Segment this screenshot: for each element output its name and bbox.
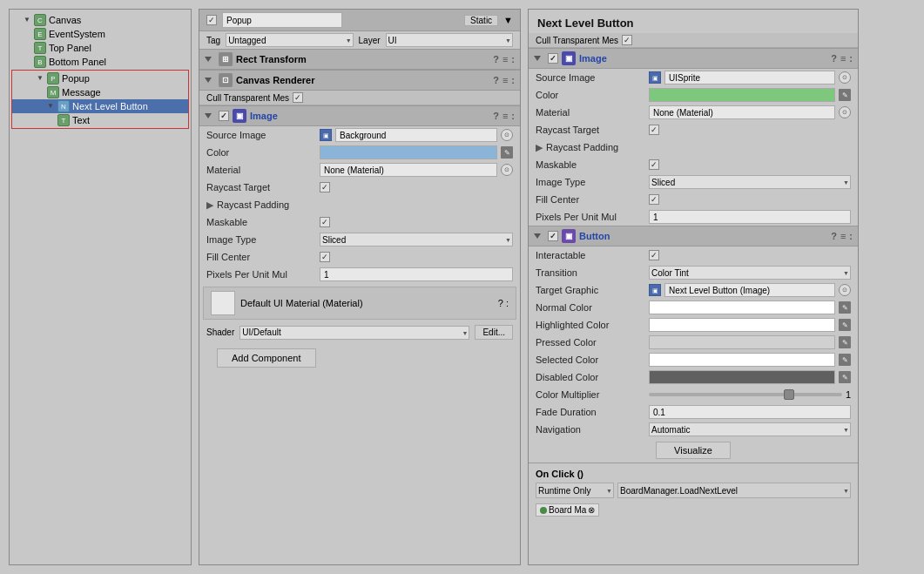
shader-select[interactable]: UI/Default: [239, 326, 469, 340]
canvas-renderer-expand[interactable]: [205, 78, 212, 83]
right-color-edit[interactable]: ✎: [839, 89, 851, 101]
rect-more-icon[interactable]: :: [511, 54, 515, 64]
right-interactable-checkbox[interactable]: [649, 250, 659, 260]
rect-settings-icon[interactable]: ≡: [502, 54, 508, 64]
r-img-settings[interactable]: ≡: [840, 53, 846, 64]
rect-question-icon[interactable]: ?: [493, 54, 499, 64]
middle-image-type-select[interactable]: Sliced: [320, 233, 513, 246]
mat-question-icon[interactable]: ?: [498, 298, 503, 308]
right-button-expand[interactable]: [534, 233, 541, 239]
canvas-renderer-header: ⊡ Canvas Renderer ? ≡ :: [199, 70, 520, 91]
r-img-more[interactable]: :: [849, 53, 853, 64]
hierarchy-item-text[interactable]: T Text: [12, 113, 188, 127]
middle-source-image-input[interactable]: [335, 128, 497, 142]
right-target-graphic-input[interactable]: [664, 283, 835, 297]
right-button-checkbox[interactable]: [548, 231, 558, 241]
right-highlighted-color-swatch[interactable]: [649, 318, 835, 332]
right-pixels-input[interactable]: [649, 210, 851, 224]
right-source-image-picker[interactable]: ⊙: [839, 71, 851, 84]
r-btn-settings[interactable]: ≡: [840, 231, 846, 241]
cr-more-icon[interactable]: :: [511, 75, 515, 85]
color-multiplier-slider[interactable]: [649, 393, 842, 396]
hierarchy-item-popup[interactable]: ▼ P Popup: [12, 71, 188, 85]
right-raycast-padding-triangle[interactable]: ▶: [536, 142, 543, 153]
r-img-question[interactable]: ?: [831, 53, 837, 64]
middle-color-row: Color ✎: [199, 144, 520, 161]
hierarchy-item-toppanel[interactable]: T Top Panel: [10, 41, 191, 55]
middle-image-expand[interactable]: [205, 113, 212, 118]
right-cull-checkbox[interactable]: [622, 35, 632, 45]
obj-icon-canvas: C: [34, 14, 46, 26]
right-fill-center-checkbox[interactable]: [649, 194, 659, 205]
popup-active-checkbox[interactable]: [206, 15, 217, 25]
middle-color-value: ✎: [320, 145, 513, 159]
right-material-value: ⊙: [649, 105, 851, 119]
right-raycast-target-checkbox[interactable]: [649, 125, 659, 135]
right-disabled-color-swatch[interactable]: [649, 370, 835, 384]
mat-more-icon[interactable]: :: [506, 298, 509, 308]
onclick-runtime-select[interactable]: Runtime Only: [536, 483, 614, 498]
tag-select[interactable]: Untagged: [226, 33, 353, 47]
right-material-input[interactable]: [649, 105, 835, 119]
hierarchy-item-bottompanel[interactable]: B Bottom Panel: [10, 55, 191, 69]
right-scroll-content: Next Level Button Cull Transparent Mes ▣…: [529, 10, 858, 564]
right-normal-color-edit[interactable]: ✎: [839, 301, 851, 314]
right-pressed-color-edit[interactable]: ✎: [839, 336, 851, 348]
right-source-image-value: ▣ ⊙: [649, 71, 851, 84]
middle-source-image-picker[interactable]: ⊙: [501, 129, 513, 141]
right-source-image-input[interactable]: [664, 71, 835, 84]
right-image-expand[interactable]: [534, 56, 541, 61]
right-normal-color-swatch[interactable]: [649, 301, 835, 314]
rect-transform-expand[interactable]: [205, 57, 212, 62]
middle-raycast-target-checkbox[interactable]: [320, 182, 330, 192]
layer-select[interactable]: UI: [386, 33, 513, 47]
right-selected-color-edit[interactable]: ✎: [839, 354, 851, 366]
onclick-function-select[interactable]: BoardManager.LoadNextLevel: [617, 483, 851, 498]
right-transition-select[interactable]: Color Tint: [649, 266, 851, 280]
right-material-picker[interactable]: ⊙: [839, 106, 851, 118]
img-settings-icon[interactable]: ≡: [502, 111, 508, 121]
middle-material-input[interactable]: [320, 163, 497, 177]
right-image-type-select[interactable]: Sliced: [649, 175, 851, 189]
hierarchy-item-message[interactable]: M Message: [12, 85, 188, 99]
cr-question-icon[interactable]: ?: [493, 75, 499, 85]
right-disabled-color-edit[interactable]: ✎: [839, 371, 851, 383]
right-highlighted-color-edit[interactable]: ✎: [839, 319, 851, 331]
middle-pixels-input[interactable]: [320, 267, 513, 281]
right-color-swatch[interactable]: [649, 88, 835, 102]
hierarchy-item-nextlevelbutton[interactable]: ▼ N Next Level Button: [12, 99, 188, 113]
r-btn-question[interactable]: ?: [831, 231, 837, 241]
img-more-icon[interactable]: :: [511, 111, 515, 121]
middle-image-checkbox[interactable]: [219, 111, 229, 121]
popup-name-input[interactable]: [222, 12, 342, 28]
right-navigation-select[interactable]: Automatic: [649, 422, 851, 436]
onclick-tag[interactable]: Board Ma ⊗: [536, 503, 599, 517]
onclick-tag-x[interactable]: ⊗: [588, 505, 595, 515]
right-target-graphic-picker[interactable]: ⊙: [839, 284, 851, 296]
right-maskable-checkbox[interactable]: [649, 159, 659, 170]
right-navigation-label: Navigation: [536, 424, 649, 435]
add-component-btn[interactable]: Add Component: [217, 348, 316, 368]
middle-color-swatch[interactable]: [320, 145, 497, 159]
hierarchy-item-canvas[interactable]: ▼ C Canvas: [10, 13, 191, 27]
middle-material-picker[interactable]: ⊙: [501, 164, 513, 176]
right-navigation-value: Automatic: [649, 422, 851, 436]
right-selected-color-swatch[interactable]: [649, 353, 835, 367]
right-image-checkbox[interactable]: [548, 53, 558, 64]
r-btn-more[interactable]: :: [849, 231, 853, 241]
middle-raycast-padding-triangle[interactable]: ▶: [206, 199, 213, 211]
middle-maskable-checkbox[interactable]: [320, 217, 330, 227]
cr-settings-icon[interactable]: ≡: [502, 75, 508, 85]
middle-raycast-padding-label: Raycast Padding: [213, 199, 327, 210]
middle-cull-checkbox[interactable]: [293, 92, 303, 103]
shader-edit-btn[interactable]: Edit...: [475, 325, 513, 340]
visualize-btn[interactable]: Visualize: [656, 442, 731, 459]
static-dropdown-arrow[interactable]: ▼: [503, 15, 513, 25]
hierarchy-item-eventsystem[interactable]: E EventSystem: [10, 27, 191, 41]
right-pressed-color-swatch[interactable]: [649, 335, 835, 349]
right-fade-duration-input[interactable]: [649, 405, 851, 419]
static-badge[interactable]: Static: [464, 15, 498, 26]
middle-color-edit[interactable]: ✎: [501, 146, 513, 159]
img-question-icon[interactable]: ?: [493, 111, 499, 121]
middle-fill-center-checkbox[interactable]: [320, 252, 330, 262]
